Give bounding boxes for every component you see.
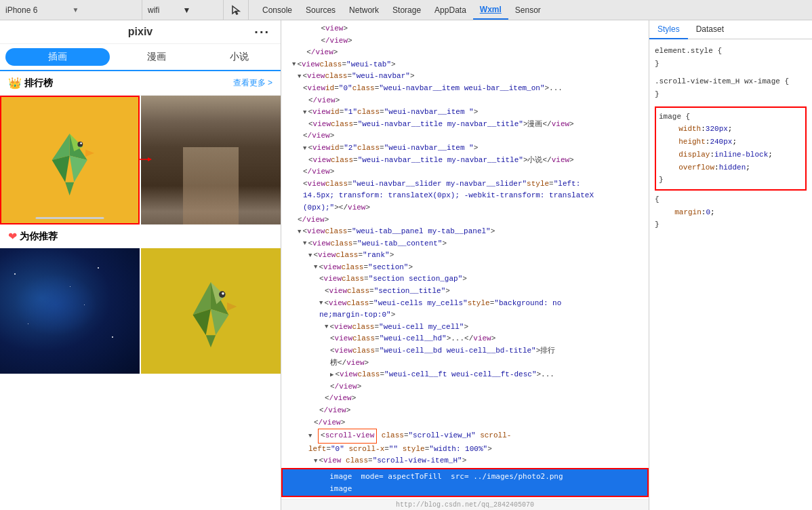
bird-svg-2 [165,270,256,351]
recommend-title: 为你推荐 [20,231,58,243]
scroll-view-line[interactable]: <scroll-view class="scroll-view_H" scrol… [281,429,649,444]
view-more-link[interactable]: 查看更多 > [233,77,272,89]
xml-line: <view class="section"> [281,262,649,274]
xml-line: ne;margin-top:0"> [281,309,649,321]
xml-line: <view class="weui-cell__hd">...</view> [281,333,649,345]
network-name: wifi [148,5,183,15]
svg-marker-3 [70,155,87,182]
ranking-image-2 [141,96,281,224]
recommend-image-2 [141,248,281,374]
css-rule-scroll: .scroll-view-item_H wx-image { } [655,75,807,100]
xml-panel: <view> </view> </view> <view class="weui… [281,20,649,510]
xml-line: <view class="weui-tab"> [281,59,649,71]
css-prop-display: display:inline-block; [659,149,803,161]
xml-line: (0px);"></view> [281,202,649,214]
styles-tabs: Styles Dataset [649,20,812,39]
xml-line: <view class="weui-cell__ft weui-cell__ft… [281,369,649,381]
svg-marker-19 [227,302,237,311]
xml-line: <view class="scroll-view-item_H"> [281,455,649,467]
xml-line: </view> [281,417,649,429]
xml-line: <view class="weui-navbar__title my-navba… [281,155,649,167]
xml-line: </view> [281,166,649,178]
device-name: iPhone 6 [5,5,70,15]
xml-line: <view> [281,23,649,35]
network-selector[interactable]: wifi ▼ [142,0,224,20]
tab-storage[interactable]: Storage [386,0,428,20]
svg-marker-2 [52,155,70,182]
phone-title: pixiv [128,26,153,38]
tab-manga[interactable]: 漫画 [115,51,198,63]
xml-line: <view class="weui-navbar__title my-navba… [281,119,649,131]
tab-network[interactable]: Network [342,0,386,20]
xml-line: </view> [281,214,649,227]
xml-line: <view id="0" class="weui-navbar__item we… [281,83,649,95]
ranking-title: 排行榜 [24,77,233,90]
svg-point-6 [78,142,83,147]
css-rule-image-highlighted: image { width:320px; height:240px; displ… [655,106,807,191]
xml-line: </view> [281,381,649,393]
tab-console[interactable]: Console [256,0,299,20]
recommend-header: ❤ 为你推荐 [0,224,281,248]
svg-marker-1 [52,134,70,160]
device-arrow: ▼ [73,6,137,14]
main-content: pixiv ··· 插画 漫画 小说 👑 排行榜 查看更多 > [0,20,812,510]
bird-svg-1 [22,116,117,204]
svg-point-7 [81,142,83,144]
tab-appdata[interactable]: AppData [428,0,473,20]
watermark: http://blog.csdn.net/qq_2842405070 [281,499,649,510]
xml-line: left="0" scroll-x="" style="width: 100%"… [281,444,649,456]
xml-line: 14.5px; transform: translateX(0px); -web… [281,190,649,202]
css-prop-margin: margin:0; [655,206,807,219]
tab-novel[interactable]: 小说 [198,51,281,63]
xml-line: </view> [281,393,649,405]
ranking-image-1 [0,96,140,224]
tab-sensor[interactable]: Sensor [508,0,548,20]
phone-dots: ··· [254,24,270,40]
svg-point-18 [222,292,224,295]
css-rule-margin: { margin:0; } [655,193,807,231]
xml-line: 榜</view> [281,357,649,370]
selected-xml-line[interactable]: image mode= aspectToFill src= ../images/… [281,468,649,497]
phone-panel: pixiv ··· 插画 漫画 小说 👑 排行榜 查看更多 > [0,20,281,510]
device-selector[interactable]: iPhone 6 ▼ [0,0,142,20]
xml-line: <view class="weui-cell my_cell"> [281,321,649,334]
css-rule-element: element.style { } [655,45,807,70]
xml-line: <view class="weui-navbar"> [281,71,649,83]
tab-wxml[interactable]: Wxml [473,0,508,20]
xml-line: <view class="weui-tab__content"> [281,238,649,250]
svg-marker-12 [193,282,211,315]
xml-line: <view class="section section_gap"> [281,273,649,286]
ranking-header: 👑 排行榜 查看更多 > [0,71,281,96]
xml-line: <view id="1" class="weui-navbar__item "> [281,106,649,119]
toolbar: iPhone 6 ▼ wifi ▼ Console Sources Networ… [0,0,812,20]
css-prop-width: width:320px; [659,123,803,136]
scroll-indicator-1 [36,217,104,219]
network-arrow: ▼ [183,5,218,15]
tab-styles[interactable]: Styles [649,20,688,39]
xml-line: <view class="weui-tab__panel my-tab__pan… [281,226,649,238]
xml-line: </view> [281,47,649,59]
ranking-image-grid [0,96,281,224]
xml-line: <view id="2" class="weui-navbar__item "> [281,142,649,155]
cursor-icon[interactable] [224,0,249,20]
styles-content: element.style { } .scroll-view-item_H wx… [649,39,812,510]
svg-marker-4 [65,182,74,196]
phone-header: pixiv ··· [0,20,281,44]
xml-line: <view class="rank"> [281,250,649,262]
xml-line: </view> [281,130,649,142]
css-prop-overflow: overflow:hidden; [659,161,803,174]
xml-line: <view class="section__title"> [281,286,649,298]
tab-sources[interactable]: Sources [299,0,342,20]
recommend-image-grid [0,248,281,374]
styles-panel: Styles Dataset element.style { } .scroll… [649,20,812,510]
xml-line: <view class="weui-cell__bd weui-cell__bd… [281,345,649,357]
xml-line: <view class="weui-cells my_cells" style=… [281,298,649,310]
xml-content[interactable]: <view> </view> </view> <view class="weui… [281,20,649,499]
xml-line: </view> [281,405,649,417]
tab-chua[interactable]: 插画 [5,48,110,66]
recommend-image-1 [0,248,140,374]
svg-marker-8 [85,149,94,156]
heart-icon: ❤ [8,230,17,243]
crown-icon: 👑 [8,77,22,90]
tab-dataset[interactable]: Dataset [688,20,732,39]
